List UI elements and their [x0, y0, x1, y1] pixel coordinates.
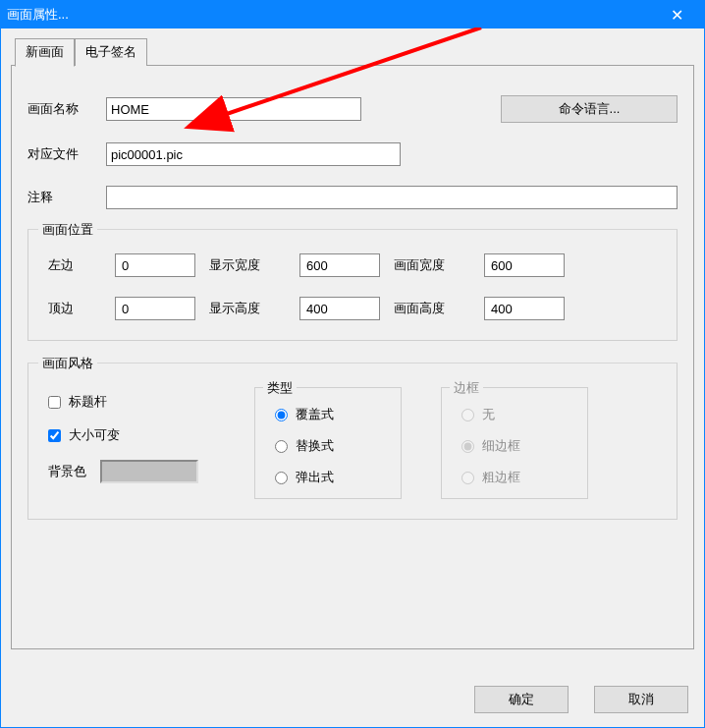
group-style: 画面风格 标题杆 大小可变 背景色: [27, 363, 678, 520]
input-file[interactable]: [106, 142, 401, 166]
radio-type-popup[interactable]: 弹出式: [275, 469, 381, 486]
legend-border: 边框: [450, 379, 483, 397]
button-cancel[interactable]: 取消: [594, 686, 688, 713]
input-comment[interactable]: [106, 186, 678, 209]
label-bgcolor: 背景色: [48, 463, 86, 480]
client-area: 新画面 电子签名 画面名称 命令语言... 对应文件 注释: [1, 28, 704, 727]
input-disp-w[interactable]: [299, 253, 380, 277]
checkbox-titlebar[interactable]: 标题杆: [48, 393, 215, 411]
row-file: 对应文件: [27, 142, 678, 166]
legend-type: 类型: [263, 379, 297, 397]
input-pic-h[interactable]: [484, 297, 565, 320]
radio-type-replace[interactable]: 替换式: [275, 437, 381, 455]
radio-type-overlay[interactable]: 覆盖式: [275, 406, 381, 423]
label-pic-w: 画面宽度: [394, 256, 470, 274]
label-left: 左边: [48, 256, 101, 274]
input-top[interactable]: [115, 297, 195, 320]
radio-border-thick: 粗边框: [461, 469, 568, 486]
style-left-col: 标题杆 大小可变 背景色: [48, 387, 215, 483]
swatch-bgcolor[interactable]: [100, 460, 198, 483]
input-pic-w[interactable]: [484, 253, 565, 277]
label-pic-h: 画面高度: [394, 300, 470, 317]
style-row: 标题杆 大小可变 背景色 类型: [48, 387, 657, 499]
input-screen-name[interactable]: [106, 97, 361, 121]
radio-border-thin-label: 细边框: [482, 437, 520, 455]
legend-position: 画面位置: [38, 221, 97, 239]
label-disp-h: 显示高度: [209, 300, 286, 317]
window-title: 画面属性...: [7, 6, 655, 24]
group-border: 边框 无 细边框 粗边框: [441, 387, 588, 499]
radio-border-none: 无: [461, 406, 568, 423]
label-disp-w: 显示宽度: [209, 256, 286, 274]
row-screen-name: 画面名称 命令语言...: [27, 95, 678, 123]
checkbox-resizable-label: 大小可变: [69, 426, 120, 444]
group-position: 画面位置 左边 显示宽度 画面宽度 顶边 显示高度 画面高度: [27, 229, 678, 341]
position-grid: 左边 显示宽度 画面宽度 顶边 显示高度 画面高度: [48, 253, 657, 320]
tab-esign[interactable]: 电子签名: [75, 38, 147, 66]
radio-type-replace-label: 替换式: [296, 437, 334, 455]
label-top: 顶边: [48, 300, 101, 317]
checkbox-resizable[interactable]: 大小可变: [48, 426, 215, 444]
label-screen-name: 画面名称: [27, 100, 106, 118]
close-icon[interactable]: ✕: [655, 6, 698, 25]
radio-type-overlay-label: 覆盖式: [296, 406, 334, 423]
checkbox-titlebar-input[interactable]: [48, 396, 61, 409]
radio-type-popup-input[interactable]: [275, 472, 288, 484]
checkbox-titlebar-label: 标题杆: [69, 393, 107, 411]
radio-border-none-input: [461, 409, 474, 421]
dialog-window: 画面属性... ✕ 新画面 电子签名 画面名称 命令语言... 对应文件 注释: [0, 0, 705, 728]
row-bgcolor: 背景色: [48, 460, 215, 483]
label-file: 对应文件: [27, 145, 106, 163]
input-disp-h[interactable]: [299, 297, 380, 320]
input-left[interactable]: [115, 253, 195, 277]
radio-type-popup-label: 弹出式: [296, 469, 334, 486]
radio-border-thin-input: [461, 440, 474, 453]
checkbox-resizable-input[interactable]: [48, 429, 61, 442]
button-ok[interactable]: 确定: [474, 686, 569, 713]
titlebar[interactable]: 画面属性... ✕: [1, 1, 704, 28]
radio-type-replace-input[interactable]: [275, 440, 288, 453]
radio-border-thick-label: 粗边框: [482, 469, 520, 486]
radio-border-thick-input: [461, 472, 474, 484]
button-command-language[interactable]: 命令语言...: [501, 95, 678, 123]
row-comment: 注释: [27, 186, 678, 209]
legend-style: 画面风格: [38, 355, 97, 372]
tabpage-new-screen: 画面名称 命令语言... 对应文件 注释 画面位置 左边: [11, 65, 694, 649]
tab-new-screen[interactable]: 新画面: [15, 38, 75, 67]
tabstrip: 新画面 电子签名: [15, 38, 694, 66]
radio-border-none-label: 无: [482, 406, 495, 423]
radio-border-thin: 细边框: [461, 437, 568, 455]
label-comment: 注释: [27, 189, 106, 206]
group-type: 类型 覆盖式 替换式 弹出式: [254, 387, 402, 499]
dialog-buttons: 确定 取消: [474, 686, 688, 713]
radio-type-overlay-input[interactable]: [275, 409, 288, 421]
